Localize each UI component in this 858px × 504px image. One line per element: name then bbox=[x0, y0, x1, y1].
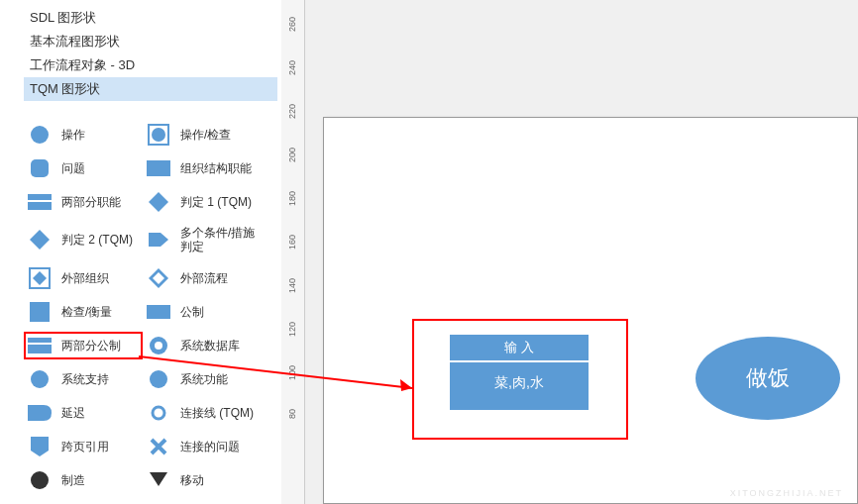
svg-marker-9 bbox=[149, 233, 168, 247]
svg-marker-8 bbox=[30, 230, 50, 250]
shape-multi-condition[interactable]: 多个条件/措施判定 bbox=[143, 222, 262, 258]
shape-label: 组织结构职能 bbox=[180, 161, 252, 175]
shape-label: 延迟 bbox=[61, 406, 85, 420]
shape-label: 多个条件/措施判定 bbox=[180, 226, 260, 254]
shape-label: 制造 bbox=[61, 473, 85, 487]
rect-icon bbox=[145, 158, 172, 178]
svg-rect-14 bbox=[30, 302, 50, 322]
shape-label: 系统数据库 bbox=[180, 339, 240, 353]
delay-icon bbox=[26, 403, 54, 423]
shape-metric[interactable]: 公制 bbox=[143, 298, 262, 326]
shape-decision2[interactable]: 判定 2 (TQM) bbox=[24, 222, 143, 258]
svg-point-0 bbox=[31, 126, 49, 144]
shape-label: 移动 bbox=[180, 473, 204, 487]
ellipse-shape[interactable]: 做饭 bbox=[696, 337, 840, 420]
wide-rect-icon bbox=[145, 302, 172, 322]
input-shape[interactable]: 输 入 菜,肉,水 bbox=[450, 335, 589, 410]
svg-point-22 bbox=[153, 407, 164, 419]
shape-label: 两部分公制 bbox=[61, 339, 121, 353]
ellipse-label: 做饭 bbox=[746, 363, 790, 393]
split-rect-icon bbox=[26, 192, 54, 212]
shape-two-part-function[interactable]: 两部分职能 bbox=[24, 188, 143, 216]
ruler-tick-label: 80 bbox=[287, 409, 297, 419]
arrow-diamond-icon bbox=[145, 230, 172, 250]
shape-system-function[interactable]: 系统功能 bbox=[143, 365, 262, 393]
ruler-tick-label: 240 bbox=[287, 60, 297, 75]
input-shape-body: 菜,肉,水 bbox=[450, 362, 589, 404]
shape-delay[interactable]: 延迟 bbox=[24, 399, 143, 427]
vertical-ruler: 260 240 220 200 180 160 140 120 100 80 bbox=[281, 0, 305, 504]
svg-marker-24 bbox=[150, 472, 167, 486]
shape-operation[interactable]: 操作 bbox=[24, 121, 143, 149]
drawing-canvas[interactable]: 输 入 菜,肉,水 做饭 bbox=[305, 0, 858, 504]
shape-offpage-ref[interactable]: 跨页引用 bbox=[24, 433, 143, 460]
shape-system-support[interactable]: 系统支持 bbox=[24, 365, 143, 393]
black-circle-icon bbox=[26, 470, 54, 490]
category-sdl[interactable]: SDL 图形状 bbox=[24, 6, 277, 30]
square-diamond-icon bbox=[26, 268, 54, 288]
shape-connector[interactable]: 连接线 (TQM) bbox=[143, 399, 262, 427]
ruler-tick-label: 140 bbox=[287, 278, 297, 293]
diamond-icon bbox=[26, 230, 54, 250]
shape-check-measure[interactable]: 检查/衡量 bbox=[24, 298, 143, 326]
svg-point-2 bbox=[152, 128, 165, 142]
shape-label: 判定 2 (TQM) bbox=[61, 233, 133, 247]
small-circle-icon bbox=[145, 403, 172, 423]
shape-label: 外部流程 bbox=[180, 271, 228, 285]
circle-icon bbox=[26, 369, 54, 389]
shape-label: 判定 1 (TQM) bbox=[180, 195, 252, 209]
ruler-tick-label: 100 bbox=[287, 365, 297, 380]
ruler-tick-label: 160 bbox=[287, 235, 297, 250]
page[interactable] bbox=[323, 117, 858, 504]
shape-move[interactable]: 移动 bbox=[143, 466, 262, 494]
shape-label: 操作 bbox=[61, 128, 85, 142]
house-icon bbox=[746, 460, 774, 484]
shape-external-org[interactable]: 外部组织 bbox=[24, 264, 143, 292]
watermark-sub: XITONGZHIJIA.NET bbox=[730, 488, 843, 498]
svg-marker-11 bbox=[33, 271, 47, 285]
shape-operation-check[interactable]: 操作/检查 bbox=[143, 121, 262, 149]
shape-two-part-metric[interactable]: 两部分公制 bbox=[24, 332, 143, 359]
shape-label: 外部组织 bbox=[61, 271, 109, 285]
category-list: SDL 图形状 基本流程图形状 工作流程对象 - 3D TQM 图形状 bbox=[24, 0, 277, 101]
svg-rect-16 bbox=[28, 338, 52, 343]
shapes-grid: 操作 操作/检查 问题 组织结构职能 两部分职能 bbox=[24, 121, 277, 494]
watermark-text: 系统之家 bbox=[780, 462, 843, 483]
ruler-tick-label: 120 bbox=[287, 322, 297, 337]
diamond-icon bbox=[145, 192, 172, 212]
circle-icon bbox=[26, 125, 54, 145]
shape-label: 公制 bbox=[180, 305, 204, 319]
circle-icon bbox=[145, 369, 172, 389]
svg-rect-4 bbox=[147, 160, 170, 176]
shape-system-db[interactable]: 系统数据库 bbox=[143, 332, 262, 359]
x-icon bbox=[145, 437, 172, 456]
shape-manufacture[interactable]: 制造 bbox=[24, 466, 143, 494]
split-rect-icon bbox=[26, 336, 54, 355]
shape-problem[interactable]: 问题 bbox=[24, 154, 143, 182]
rounded-square-icon bbox=[26, 158, 54, 178]
shape-label: 问题 bbox=[61, 161, 85, 175]
category-tqm[interactable]: TQM 图形状 bbox=[24, 77, 277, 101]
input-shape-header: 输 入 bbox=[450, 335, 589, 362]
shape-external-process[interactable]: 外部流程 bbox=[143, 264, 262, 292]
category-basic-flow[interactable]: 基本流程图形状 bbox=[24, 30, 277, 53]
ring-icon bbox=[145, 336, 172, 355]
shape-label: 检查/衡量 bbox=[61, 305, 112, 319]
shape-decision1[interactable]: 判定 1 (TQM) bbox=[143, 188, 262, 216]
svg-point-20 bbox=[31, 370, 49, 388]
square-icon bbox=[26, 302, 54, 322]
shape-label: 系统支持 bbox=[61, 372, 109, 386]
ruler-tick-label: 180 bbox=[287, 191, 297, 206]
ruler-tick-label: 200 bbox=[287, 148, 297, 162]
category-workflow-3d[interactable]: 工作流程对象 - 3D bbox=[24, 53, 277, 77]
shape-label: 连接的问题 bbox=[180, 440, 240, 454]
shape-connected-problem[interactable]: 连接的问题 bbox=[143, 433, 262, 460]
ruler-tick-label: 220 bbox=[287, 104, 297, 119]
offpage-icon bbox=[26, 437, 54, 456]
svg-point-19 bbox=[155, 342, 162, 350]
shape-org-function[interactable]: 组织结构职能 bbox=[143, 154, 262, 182]
svg-rect-3 bbox=[31, 159, 49, 177]
shape-label: 连接线 (TQM) bbox=[180, 406, 254, 420]
ruler-tick-label: 260 bbox=[287, 17, 297, 32]
shape-label: 系统功能 bbox=[180, 372, 228, 386]
